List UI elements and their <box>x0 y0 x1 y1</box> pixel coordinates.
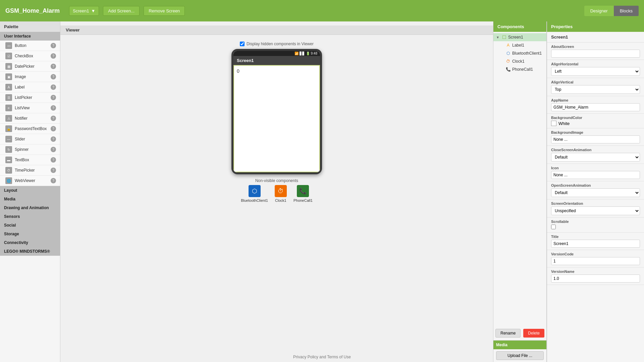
prop-align-vertical-select[interactable]: TopCenterBottom <box>551 85 640 94</box>
prop-app-name-input[interactable] <box>551 103 640 111</box>
prop-about-screen-label: AboutScreen <box>551 45 640 49</box>
timepicker-help-icon[interactable]: ? <box>51 168 56 173</box>
palette-item-listpicker[interactable]: ☰ ListPicker ? <box>0 93 60 103</box>
textbox-help-icon[interactable]: ? <box>51 157 56 163</box>
palette-category-drawing[interactable]: Drawing and Animation <box>0 203 60 212</box>
palette-category-media-label: Media <box>4 197 15 201</box>
viewer-section: Viewer Display hidden components in View… <box>60 25 493 202</box>
prop-scrollable-checkbox[interactable] <box>551 225 556 229</box>
tree-item-screen1[interactable]: ▼ ☐ Screen1 <box>493 33 546 41</box>
prop-close-screen-animation: CloseScreenAnimation DefaultFadeZoom <box>547 146 644 164</box>
topbar: GSM_Home_Alarm Screen1 ▼ Add Screen... R… <box>0 0 644 21</box>
tree-item-phonecall1[interactable]: 📞 PhoneCall1 <box>493 65 546 73</box>
blocks-button[interactable]: Blocks <box>614 6 639 16</box>
image-icon: ▣ <box>5 73 12 80</box>
display-hidden-checkbox[interactable] <box>240 42 245 46</box>
palette-item-webviewer[interactable]: 🌐 WebViewer ? <box>0 176 60 186</box>
tree-item-bluetooth1[interactable]: ⬡ BluetoothClient1 <box>493 49 546 57</box>
palette-category-connectivity[interactable]: Connectivity <box>0 238 60 247</box>
palette-item-label[interactable]: A Label ? <box>0 82 60 93</box>
non-visible-clock[interactable]: ⏱ Clock1 <box>275 185 287 202</box>
prop-version-name-input[interactable] <box>551 275 640 283</box>
palette-item-image[interactable]: ▣ Image ? <box>0 72 60 82</box>
prop-align-horizontal-select[interactable]: LeftCenterRight <box>551 67 640 76</box>
button-help-icon[interactable]: ? <box>51 43 56 48</box>
palette-category-media[interactable]: Media <box>0 195 60 203</box>
label-help-icon[interactable]: ? <box>51 84 56 90</box>
palette-item-checkbox[interactable]: ☑ CheckBox ? <box>0 51 60 61</box>
phonecall-label: PhoneCall1 <box>293 198 313 202</box>
prop-version-code-input[interactable] <box>551 257 640 265</box>
palette-category-ui[interactable]: User Interface <box>0 32 60 41</box>
palette-item-button[interactable]: ▭ Button ? <box>0 41 60 51</box>
battery-icon: 🔋 <box>306 52 310 55</box>
spinner-help-icon[interactable]: ? <box>51 147 56 152</box>
non-visible-bluetooth[interactable]: ⬡ BluetoothClient1 <box>241 185 268 202</box>
remove-screen-button[interactable]: Remove Screen <box>144 6 185 16</box>
datepicker-icon: ▦ <box>5 63 12 70</box>
checkbox-help-icon[interactable]: ? <box>51 53 56 59</box>
non-visible-phone[interactable]: 📞 PhoneCall1 <box>293 185 313 202</box>
clock-label: Clock1 <box>275 198 286 202</box>
properties-panel: Properties Screen1 AboutScreen AlignHori… <box>547 21 644 362</box>
display-hidden-label: Display hidden components in Viewer <box>247 42 314 46</box>
prop-open-screen-animation-select[interactable]: DefaultFadeZoom <box>551 188 640 197</box>
background-color-swatch[interactable] <box>551 121 556 126</box>
palette-item-notifier[interactable]: ⚠ Notifier ? <box>0 113 60 124</box>
palette-category-connectivity-label: Connectivity <box>4 240 28 245</box>
tree-label-label1: Label1 <box>512 43 524 48</box>
properties-header: Properties <box>547 21 644 32</box>
tree-item-clock1[interactable]: ⏱ Clock1 <box>493 57 546 65</box>
bluetooth-label: BluetoothClient1 <box>241 198 268 202</box>
palette-category-layout[interactable]: Layout <box>0 186 60 195</box>
prop-background-image-input[interactable] <box>551 135 640 143</box>
clock-tree-icon: ⏱ <box>505 59 511 64</box>
palette-item-passwordtextbox[interactable]: 🔒 PasswordTextBox ? <box>0 124 60 134</box>
non-visible-label: Non-visible components <box>241 178 313 183</box>
webviewer-icon: 🌐 <box>5 177 12 184</box>
notifier-help-icon[interactable]: ? <box>51 116 56 121</box>
prop-screen-orientation-select[interactable]: UnspecifiedPortraitLandscape <box>551 206 640 215</box>
listpicker-help-icon[interactable]: ? <box>51 95 56 100</box>
prop-background-color-label: BackgroundColor <box>551 116 640 120</box>
viewer-panel: Viewer Display hidden components in View… <box>60 21 493 362</box>
datepicker-help-icon[interactable]: ? <box>51 64 56 69</box>
slider-help-icon[interactable]: ? <box>51 136 56 142</box>
footer-text: Privacy Policy and Terms of Use <box>293 355 351 359</box>
palette-item-datepicker[interactable]: ▦ DatePicker ? <box>0 61 60 72</box>
passwordtextbox-help-icon[interactable]: ? <box>51 126 56 131</box>
rename-button[interactable]: Rename <box>495 329 521 338</box>
non-visible-section: Non-visible components ⬡ BluetoothClient… <box>241 178 313 202</box>
prop-icon-label: Icon <box>551 166 640 170</box>
palette-category-lego[interactable]: LEGO® MINDSTORMS® <box>0 247 60 256</box>
delete-button[interactable]: Delete <box>523 329 544 338</box>
label-tree-icon: A <box>505 43 511 48</box>
prop-about-screen-input[interactable] <box>551 50 640 58</box>
palette-item-slider[interactable]: — Slider ? <box>0 134 60 144</box>
prop-icon-input[interactable] <box>551 171 640 179</box>
prop-title-input[interactable] <box>551 240 640 248</box>
palette-category-sensors[interactable]: Sensors <box>0 212 60 221</box>
phone-tree-icon: 📞 <box>505 67 511 72</box>
webviewer-help-icon[interactable]: ? <box>51 178 56 183</box>
palette-item-label-label: Label <box>15 85 48 89</box>
palette-item-listview[interactable]: ≡ ListView ? <box>0 103 60 113</box>
palette-item-webviewer-label: WebViewer <box>15 178 48 183</box>
add-screen-button[interactable]: Add Screen... <box>103 6 140 16</box>
palette-item-listview-label: ListView <box>15 106 48 110</box>
spinner-icon: ↻ <box>5 146 12 153</box>
listview-help-icon[interactable]: ? <box>51 105 56 111</box>
screen-selector[interactable]: Screen1 ▼ <box>69 6 99 16</box>
image-help-icon[interactable]: ? <box>51 74 56 79</box>
prop-close-screen-animation-select[interactable]: DefaultFadeZoom <box>551 153 640 162</box>
palette-category-storage[interactable]: Storage <box>0 230 60 238</box>
palette-item-timepicker[interactable]: ⏱ TimePicker ? <box>0 165 60 176</box>
tree-item-label1[interactable]: A Label1 <box>493 41 546 49</box>
palette-item-textbox[interactable]: ▬ TextBox ? <box>0 155 60 165</box>
display-hidden-row: Display hidden components in Viewer <box>240 42 314 46</box>
prop-title: Title <box>547 233 644 250</box>
palette-item-spinner[interactable]: ↻ Spinner ? <box>0 144 60 155</box>
designer-button[interactable]: Designer <box>584 6 614 16</box>
palette-category-social[interactable]: Social <box>0 221 60 230</box>
upload-file-button[interactable]: Upload File ... <box>496 351 544 360</box>
